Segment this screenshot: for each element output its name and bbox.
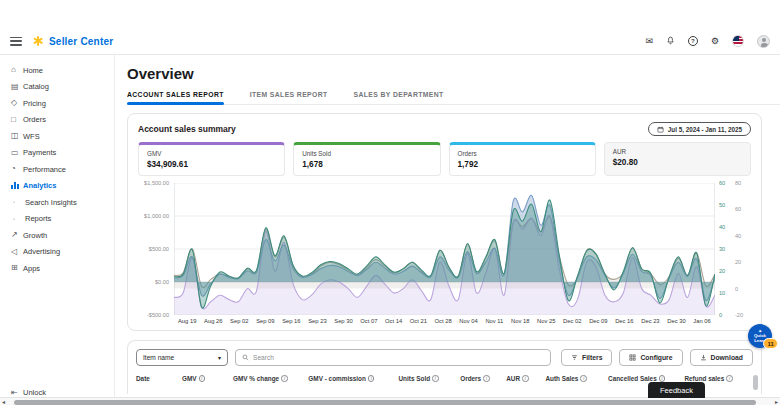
sidebar-unlock-button[interactable]: ⇤ Unlock <box>0 388 114 397</box>
sidebar-item-growth[interactable]: ↗Growth <box>0 227 114 244</box>
table-vertical-scrollbar[interactable] <box>753 375 758 390</box>
sidebar-item-wfs[interactable]: ◫WFS <box>0 128 114 145</box>
y-right-outer-tick: 40 <box>735 233 741 239</box>
date-range-picker[interactable]: Jul 5, 2024 - Jan 11, 2025 <box>648 122 751 136</box>
column-header-date[interactable]: Date <box>136 375 182 382</box>
item-name-select[interactable]: Item name ▾ <box>136 349 228 366</box>
y-left-tick: $1,000.00 <box>144 213 169 219</box>
locale-flag-icon[interactable] <box>732 35 744 47</box>
sidebar-item-performance[interactable]: ◔Performance <box>0 161 114 178</box>
main-content: Overview ACCOUNT SALES REPORTITEM SALES … <box>115 55 780 405</box>
brand-title[interactable]: Seller Center <box>49 36 113 47</box>
unlock-label: Unlock <box>23 388 46 397</box>
sidebar-item-pricing[interactable]: ◇Pricing <box>0 95 114 112</box>
scroll-left-arrow-icon[interactable]: ◂ <box>2 398 5 405</box>
column-header-gmv-change[interactable]: GMV % changei <box>233 375 308 382</box>
y-axis-right-outer: 806040200-20 <box>731 183 751 315</box>
search-field[interactable] <box>235 349 551 366</box>
metric-card-units-sold[interactable]: Units Sold1,678 <box>293 142 440 176</box>
metric-card-gmv[interactable]: GMV$34,909.61 <box>138 142 285 176</box>
sidebar-item-home[interactable]: ⌂Home <box>0 62 114 79</box>
table-toolbar: Item name ▾ FiltersConfigureDownload <box>136 349 753 366</box>
column-label: GMV <box>182 375 197 382</box>
y-right-inner-tick: 40 <box>719 224 725 230</box>
download-icon <box>700 354 707 362</box>
column-label: Cancelled Sales <box>608 375 657 382</box>
metric-card-orders[interactable]: Orders1,792 <box>449 142 596 176</box>
info-icon[interactable]: i <box>659 375 666 382</box>
x-axis-tick: Oct 07 <box>360 318 377 324</box>
sidebar-item-label: Payments <box>23 148 56 157</box>
sidebar-item-analytics[interactable]: Analytics <box>0 178 114 195</box>
x-axis-tick: Aug 26 <box>204 318 222 324</box>
settings-icon[interactable]: ⚙ <box>711 37 719 46</box>
y-right-outer-tick: 80 <box>735 180 741 186</box>
column-header-orders[interactable]: Ordersi <box>460 375 506 382</box>
tab-account-sales-report[interactable]: ACCOUNT SALES REPORT <box>127 91 224 104</box>
column-header-units-sold[interactable]: Units Soldi <box>398 375 460 382</box>
search-input[interactable] <box>253 354 544 361</box>
metric-cards: GMV$34,909.61Units Sold1,678Orders1,792A… <box>138 142 751 176</box>
column-label: AUR <box>506 375 520 382</box>
sidebar-item-apps[interactable]: ⊞Apps <box>0 260 114 277</box>
horizontal-scrollbar[interactable]: ◂ ▸ <box>0 397 780 405</box>
column-header-gmv-commission[interactable]: GMV - commissioni <box>308 375 398 382</box>
sidebar-item-search-insights[interactable]: ◦Search Insights <box>0 194 114 211</box>
x-axis-tick: Nov 25 <box>537 318 555 324</box>
tab-item-sales-report[interactable]: ITEM SALES REPORT <box>250 91 328 104</box>
chart-plot-area[interactable] <box>174 183 715 315</box>
help-icon[interactable]: ? <box>688 36 698 46</box>
y-left-tick: $500.00 <box>149 246 169 252</box>
info-icon[interactable]: i <box>580 375 587 382</box>
download-button[interactable]: Download <box>690 349 753 366</box>
sidebar-item-label: Apps <box>23 264 40 273</box>
column-header-aur[interactable]: AURi <box>506 375 545 382</box>
menu-icon[interactable] <box>10 37 22 46</box>
browser-top-space <box>0 0 780 28</box>
scroll-right-arrow-icon[interactable]: ▸ <box>775 398 778 405</box>
sidebar-item-label: Catalog <box>23 82 49 91</box>
sidebar-item-label: Analytics <box>23 181 56 190</box>
info-icon[interactable]: i <box>368 375 375 382</box>
y-left-tick: $1,500.00 <box>144 180 169 186</box>
mail-icon[interactable]: ✉ <box>645 37 653 46</box>
column-header-cancelled-sales[interactable]: Cancelled Salesi <box>608 375 684 382</box>
metric-value: 1,792 <box>458 160 587 169</box>
sidebar-item-advertising[interactable]: ◁Advertising <box>0 244 114 261</box>
walmart-spark-icon <box>32 35 44 47</box>
x-axis-tick: Oct 21 <box>410 318 427 324</box>
page-title: Overview <box>127 65 780 82</box>
info-icon[interactable]: i <box>432 375 439 382</box>
sidebar-item-catalog[interactable]: ▤Catalog <box>0 79 114 96</box>
sidebar-item-orders[interactable]: □Orders <box>0 112 114 129</box>
sidebar: ⌂Home▤Catalog◇Pricing□Orders◫WFS▭Payment… <box>0 55 115 405</box>
info-icon[interactable]: i <box>199 375 206 382</box>
bell-icon[interactable] <box>666 36 675 47</box>
payments-icon: ▭ <box>11 149 23 157</box>
x-axis-tick: Nov 11 <box>485 318 503 324</box>
y-left-tick: -$500.00 <box>147 312 169 318</box>
sidebar-item-label: Advertising <box>23 247 60 256</box>
column-header-auth-sales[interactable]: Auth Salesi <box>545 375 608 382</box>
feedback-button[interactable]: Feedback <box>648 382 705 398</box>
sidebar-item-label: Reports <box>25 214 51 223</box>
apps-icon: ⊞ <box>11 264 23 272</box>
item-name-select-value: Item name <box>143 354 174 361</box>
info-icon[interactable]: i <box>483 375 490 382</box>
tab-sales-by-department[interactable]: SALES BY DEPARTMENT <box>354 91 444 104</box>
avatar[interactable] <box>757 35 770 48</box>
info-icon[interactable]: i <box>726 375 733 382</box>
metric-card-aur[interactable]: AUR$20.80 <box>604 142 751 176</box>
column-header-refund-sales[interactable]: Refund salesi <box>684 375 753 382</box>
configure-button[interactable]: Configure <box>619 349 682 366</box>
info-icon[interactable]: i <box>522 375 529 382</box>
filters-button[interactable]: Filters <box>561 349 612 366</box>
y-axis-right-inner: 6050403020100 <box>715 183 731 315</box>
sidebar-item-reports[interactable]: ◦Reports <box>0 211 114 228</box>
info-icon[interactable]: i <box>281 375 288 382</box>
y-left-tick: $0.00 <box>155 279 169 285</box>
column-header-gmv[interactable]: GMVi <box>182 375 233 382</box>
horizontal-scrollbar-thumb[interactable] <box>14 400 756 405</box>
sidebar-item-payments[interactable]: ▭Payments <box>0 145 114 162</box>
wfs-icon: ◫ <box>11 132 23 140</box>
